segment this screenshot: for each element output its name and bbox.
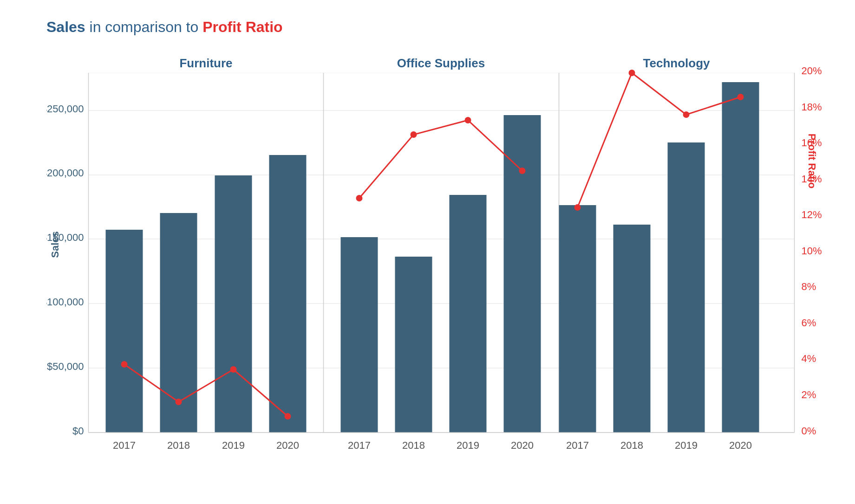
bar-tech-2017 [559,205,596,433]
x-label-furniture-2019: 2019 [222,439,245,451]
dot-furniture-2020 [285,413,291,420]
category-furniture: Furniture [179,56,232,70]
dot-office-2017 [356,195,363,201]
right-y-2: 2% [802,389,816,401]
y-label-0: $0 [72,425,84,437]
bar-office-2020 [504,115,541,433]
bar-furniture-2017 [106,230,143,433]
chart-title: Sales in comparison to Profit Ratio [46,19,827,36]
x-label-furniture-2017: 2017 [113,439,136,451]
x-label-tech-2019: 2019 [675,439,698,451]
x-label-office-2017: 2017 [348,439,371,451]
dot-office-2018 [411,131,417,138]
right-y-18: 18% [802,101,822,113]
x-label-furniture-2020: 2020 [276,439,299,451]
x-label-tech-2018: 2018 [620,439,643,451]
right-y-0: 0% [802,425,816,437]
dot-furniture-2017 [121,361,128,368]
category-technology: Technology [643,56,711,70]
dot-office-2019 [465,117,471,123]
x-label-tech-2017: 2017 [566,439,589,451]
dot-furniture-2019 [230,366,237,373]
right-y-20: 20% [802,65,822,77]
y-label-200k: $200,000 [46,167,84,179]
y-axis-profit-label: Profit Ratio [806,134,818,189]
line-furniture-profit [124,364,288,416]
bar-tech-2019 [668,142,705,433]
title-sales: Sales [46,19,85,35]
bar-tech-2018 [614,225,651,433]
title-middle: in comparison to [90,19,203,35]
bar-furniture-2019 [215,175,252,433]
y-label-100k: $100,000 [46,296,84,308]
bar-furniture-2020 [269,155,307,433]
x-label-furniture-2018: 2018 [167,439,190,451]
chart-container: Sales in comparison to Profit Ratio $0 [0,0,855,504]
category-office-supplies: Office Supplies [397,56,485,70]
y-label-50k: $50,000 [47,361,84,372]
x-label-office-2020: 2020 [511,439,534,451]
bar-office-2017 [341,237,378,433]
x-label-office-2019: 2019 [457,439,479,451]
right-y-6: 6% [802,317,816,329]
line-tech-profit [578,73,741,207]
bar-tech-2020 [722,82,759,433]
title-profit-ratio: Profit Ratio [202,19,282,35]
dot-office-2020 [519,168,526,174]
y-label-250k: $250,000 [46,103,84,115]
bar-office-2019 [450,195,487,433]
line-office-profit [359,120,522,198]
dot-tech-2019 [683,111,690,118]
dot-tech-2017 [574,204,581,211]
dot-furniture-2018 [176,399,182,405]
right-y-12: 12% [802,209,822,220]
y-axis-sales-label: Sales [49,231,61,258]
bar-office-2018 [395,257,432,433]
main-svg: $0 $50,000 $100,000 $150,000 $200,000 $2… [46,50,827,458]
dot-tech-2020 [738,94,744,100]
right-y-4: 4% [802,353,816,364]
right-y-10: 10% [802,245,822,257]
x-label-office-2018: 2018 [402,439,425,451]
x-label-tech-2020: 2020 [729,439,752,451]
right-y-8: 8% [802,281,816,292]
chart-area: $0 $50,000 $100,000 $150,000 $200,000 $2… [46,50,827,458]
dot-tech-2018 [629,70,635,76]
